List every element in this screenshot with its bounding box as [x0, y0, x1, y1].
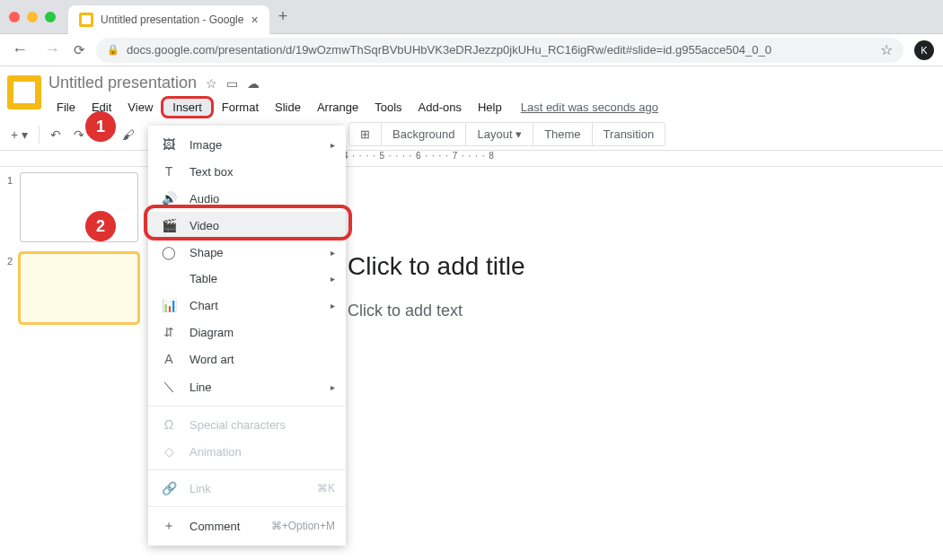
menu-item-label: Link	[189, 482, 211, 495]
menu-separator	[148, 406, 346, 407]
minimize-window-button[interactable]	[27, 12, 38, 22]
menu-item-comment[interactable]: ＋ Comment ⌘+Option+M	[148, 512, 346, 540]
lock-icon: 🔒	[107, 44, 119, 56]
menu-item-audio[interactable]: 🔊 Audio	[148, 185, 346, 212]
menu-item-label: Chart	[189, 299, 218, 312]
special-chars-icon: Ω	[161, 417, 177, 432]
insert-menu-dropdown: 🖼 Image ▸ T Text box 🔊 Audio 🎬 Video ◯ S…	[148, 126, 346, 546]
star-outline-icon[interactable]: ☆	[206, 76, 217, 91]
reload-button[interactable]: ⟳	[74, 42, 85, 58]
last-edit-link[interactable]: Last edit was seconds ago	[521, 101, 658, 114]
menu-separator	[148, 469, 346, 470]
menu-item-video[interactable]: 🎬 Video	[148, 212, 346, 239]
window-controls	[9, 12, 56, 22]
cloud-status-icon[interactable]: ☁	[247, 76, 260, 91]
separator	[39, 126, 40, 144]
browser-tab-strip: Untitled presentation - Google × +	[0, 0, 943, 34]
menu-item-label: Image	[189, 138, 222, 152]
undo-button[interactable]: ↶	[45, 124, 66, 145]
slides-logo-icon[interactable]	[7, 75, 41, 109]
thumb-index: 1	[7, 175, 14, 242]
submenu-arrow-icon: ▸	[330, 274, 335, 284]
annotation-badge-2: 2	[85, 211, 116, 241]
menu-item-label: Animation	[189, 445, 242, 459]
forward-button[interactable]: →	[41, 39, 63, 61]
menu-insert[interactable]: Insert	[161, 96, 214, 118]
submenu-arrow-icon: ▸	[330, 140, 335, 150]
menu-item-label: Table	[189, 272, 217, 285]
slide-thumbnail-2[interactable]	[20, 253, 138, 323]
menu-slide[interactable]: Slide	[267, 97, 309, 118]
title-placeholder[interactable]: Click to add title	[348, 252, 525, 281]
close-tab-icon[interactable]: ×	[251, 13, 258, 27]
textbox-icon: T	[161, 164, 177, 179]
menu-item-label: Shape	[189, 246, 224, 259]
new-tab-button[interactable]: +	[278, 7, 288, 26]
document-title[interactable]: Untitled presentation	[48, 74, 197, 92]
url-text: docs.google.com/presentation/d/19wOzmwTh…	[127, 43, 771, 57]
menu-separator	[148, 506, 346, 507]
diagram-icon: ⇵	[161, 325, 177, 339]
theme-button[interactable]: Theme	[533, 123, 592, 145]
move-folder-icon[interactable]: ▭	[226, 76, 238, 91]
slide-thumbnail-1[interactable]	[20, 172, 138, 242]
video-icon: 🎬	[161, 218, 177, 232]
menu-item-image[interactable]: 🖼 Image ▸	[148, 131, 346, 158]
submenu-arrow-icon: ▸	[330, 301, 335, 311]
menu-item-label: Video	[189, 219, 219, 232]
textbox-tool-icon[interactable]: ⊞	[349, 123, 382, 145]
toolbar-group: ⊞ Background Layout ▾ Theme Transition	[348, 122, 665, 146]
transition-button[interactable]: Transition	[593, 123, 665, 145]
menu-item-wordart[interactable]: A Word art	[148, 346, 346, 372]
menu-item-label: Comment	[189, 520, 240, 533]
menu-item-animation: ◇ Animation	[148, 438, 346, 465]
annotation-badge-1: 1	[85, 111, 116, 142]
menu-item-label: Line	[189, 381, 212, 394]
menu-item-table[interactable]: Table ▸	[148, 266, 346, 292]
menu-bar: File Edit View Insert Format Slide Arran…	[48, 96, 658, 118]
menu-item-chart[interactable]: 📊 Chart ▸	[148, 292, 346, 319]
horizontal-ruler: · · · · 1 · · · · 2 · · · · 3 · · · · 4 …	[0, 151, 943, 167]
profile-avatar[interactable]: K	[914, 40, 934, 60]
wordart-icon: A	[161, 352, 177, 366]
link-icon: 🔗	[161, 481, 177, 495]
body-placeholder[interactable]: Click to add text	[348, 302, 463, 320]
menu-item-label: Text box	[189, 165, 233, 179]
menu-item-label: Special characters	[189, 418, 286, 432]
browser-tab[interactable]: Untitled presentation - Google ×	[68, 5, 269, 34]
menu-addons[interactable]: Add-ons	[410, 97, 470, 118]
menu-tools[interactable]: Tools	[366, 97, 410, 118]
tab-title: Untitled presentation - Google	[101, 13, 243, 26]
audio-icon: 🔊	[161, 191, 177, 206]
app-header: Untitled presentation ☆ ▭ ☁ File Edit Vi…	[0, 66, 943, 118]
chart-icon: 📊	[161, 298, 177, 312]
line-icon: ＼	[161, 379, 177, 395]
layout-button[interactable]: Layout ▾	[466, 123, 533, 145]
menu-view[interactable]: View	[119, 97, 161, 118]
new-slide-button[interactable]: + ▾	[5, 124, 33, 145]
menu-item-diagram[interactable]: ⇵ Diagram	[148, 319, 346, 346]
menu-item-line[interactable]: ＼ Line ▸	[148, 372, 346, 401]
slide-thumbnail-panel: 1 2	[0, 167, 145, 560]
menu-item-label: Word art	[189, 353, 234, 366]
menu-format[interactable]: Format	[214, 97, 267, 118]
menu-help[interactable]: Help	[470, 97, 510, 118]
thumb-index: 2	[7, 256, 14, 323]
close-window-button[interactable]	[9, 12, 20, 22]
paint-format-button[interactable]: 🖌	[117, 124, 140, 145]
menu-item-shape[interactable]: ◯ Shape ▸	[148, 239, 346, 266]
menu-item-textbox[interactable]: T Text box	[148, 158, 346, 185]
menu-item-special-chars: Ω Special characters	[148, 411, 346, 438]
background-button[interactable]: Background	[382, 123, 466, 145]
toolbar: + ▾ ↶ ↷ 🖶 🖌 ⊞ Background Layout ▾ Theme …	[0, 118, 943, 151]
back-button[interactable]: ←	[9, 39, 31, 61]
maximize-window-button[interactable]	[45, 12, 56, 22]
menu-item-label: Diagram	[189, 326, 234, 339]
shortcut-label: ⌘K	[317, 482, 335, 494]
comment-icon: ＋	[161, 518, 177, 534]
submenu-arrow-icon: ▸	[330, 248, 335, 258]
bookmark-star-icon[interactable]: ☆	[880, 41, 893, 58]
menu-file[interactable]: File	[48, 97, 84, 118]
menu-arrange[interactable]: Arrange	[309, 97, 366, 118]
address-bar[interactable]: 🔒 docs.google.com/presentation/d/19wOzmw…	[96, 38, 903, 63]
